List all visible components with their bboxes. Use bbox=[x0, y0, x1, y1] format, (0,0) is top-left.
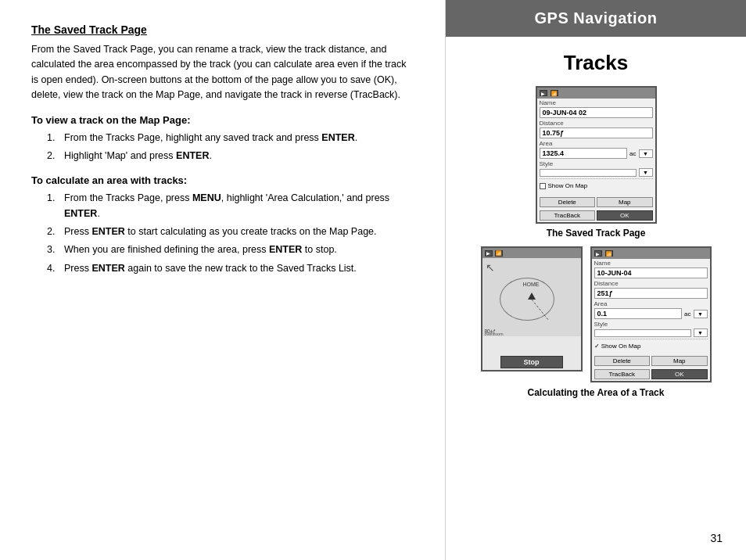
gps1-area-value: 1325.4 bbox=[540, 148, 628, 159]
gps2-area-unit: ac bbox=[684, 311, 690, 318]
gps2-name-label: Name bbox=[592, 259, 710, 267]
page-number: 31 bbox=[710, 532, 723, 544]
bottom-screens: ▶ 📶 ↖ HOME 80±ƒ bbox=[481, 246, 712, 382]
map-content: ↖ HOME 80±ƒ overzoom bbox=[482, 258, 581, 336]
gps1-name-value: 09-JUN-04 02 bbox=[540, 107, 653, 118]
gps2-btn-row1: Delete Map bbox=[592, 354, 710, 368]
gps2-show-label: ✓ Show On Map bbox=[594, 343, 641, 350]
gps2-tracback-btn[interactable]: TracBack bbox=[594, 369, 651, 379]
gps1-style-value bbox=[540, 169, 637, 177]
calc-heading: To calculate an area with tracks: bbox=[31, 174, 414, 186]
gps1-divider bbox=[540, 178, 653, 179]
gps1-delete-btn[interactable]: Delete bbox=[540, 197, 596, 207]
gps1-style-dropdown[interactable]: ▼ bbox=[639, 168, 653, 177]
gps1-map-btn[interactable]: Map bbox=[597, 197, 653, 207]
map-stop-bar: Stop bbox=[482, 354, 581, 370]
gps1-btn-row2: TracBack OK bbox=[537, 209, 655, 222]
view-heading: To view a track on the Map Page: bbox=[31, 114, 414, 126]
gps1-style-row: ▼ bbox=[540, 168, 653, 177]
gps-screen-1: ▶ 📶 Name 09-JUN-04 02 Distance 10.75ƒ Ar… bbox=[536, 86, 657, 224]
calc-steps-list: 1. From the Tracks Page, press MENU, hig… bbox=[31, 191, 414, 276]
gps1-area-unit: ac bbox=[629, 150, 636, 157]
calc-step-3: 3. When you are finished defining the ar… bbox=[47, 242, 414, 257]
gps2-area-label: Area bbox=[592, 300, 710, 307]
gps1-dist-value: 10.75ƒ bbox=[540, 127, 653, 138]
gps2-style-dropdown[interactable]: ▼ bbox=[694, 328, 708, 337]
gps2-icon-2: 📶 bbox=[605, 250, 613, 257]
stop-button[interactable]: Stop bbox=[500, 356, 563, 368]
gps1-btn-row1: Delete Map bbox=[537, 196, 655, 209]
gps1-ok-btn[interactable]: OK bbox=[597, 210, 653, 221]
right-header: GPS Navigation bbox=[446, 0, 746, 37]
gps1-checkbox[interactable] bbox=[540, 183, 546, 189]
gps2-show-row: ✓ Show On Map bbox=[592, 341, 710, 351]
gps1-area-row: 1325.4 ac ▼ bbox=[540, 148, 653, 159]
gps-icon-2: 📶 bbox=[551, 90, 558, 96]
gps2-icon-1: ▶ bbox=[594, 250, 602, 257]
svg-line-0 bbox=[532, 300, 549, 321]
calc-caption: Calculating the Area of a Track bbox=[528, 387, 665, 398]
gps2-ok-btn[interactable]: OK bbox=[651, 369, 708, 379]
map-title-bar: ▶ 📶 bbox=[482, 248, 581, 258]
map-path-svg bbox=[482, 258, 581, 336]
gps1-dist-label: Distance bbox=[537, 119, 655, 127]
calc-step-4: 4. Press ENTER again to save the new tra… bbox=[47, 261, 414, 276]
gps-screen-2: ▶ 📶 Name 10-JUN-04 Distance 251ƒ Area 0.… bbox=[590, 246, 712, 382]
gps1-show-label: Show On Map bbox=[548, 182, 588, 189]
calc-step-2: 2. Press ENTER to start calculating as y… bbox=[47, 224, 414, 239]
intro-text: From the Saved Track Page, you can renam… bbox=[31, 42, 414, 103]
map-icon-2: 📶 bbox=[495, 250, 503, 257]
gps2-style-label: Style bbox=[592, 320, 710, 328]
gps-icon-1: ▶ bbox=[540, 90, 547, 96]
map-icon-1: ▶ bbox=[485, 250, 493, 257]
saved-track-caption: The Saved Track Page bbox=[547, 228, 646, 239]
gps2-area-value: 0.1 bbox=[594, 308, 683, 319]
gps2-dist-value: 251ƒ bbox=[594, 288, 708, 299]
gps2-name-value: 10-JUN-04 bbox=[594, 267, 708, 278]
tracks-title: Tracks bbox=[564, 51, 628, 75]
right-panel: GPS Navigation Tracks ▶ 📶 Name 09-JUN-04… bbox=[446, 0, 746, 560]
gps2-area-dropdown[interactable]: ▼ bbox=[694, 310, 708, 318]
gps2-style-row: ▼ bbox=[594, 328, 708, 337]
map-screen: ▶ 📶 ↖ HOME 80±ƒ bbox=[481, 246, 583, 372]
gps1-name-label: Name bbox=[537, 99, 655, 106]
section-title: The Saved Track Page bbox=[31, 23, 414, 36]
gps1-style-label: Style bbox=[537, 160, 655, 167]
gps2-divider bbox=[594, 339, 708, 339]
view-step-2: 2. Highlight 'Map' and press ENTER. bbox=[47, 149, 414, 163]
zoom-label: overzoom bbox=[485, 332, 504, 336]
gps1-area-dropdown[interactable]: ▼ bbox=[639, 149, 653, 158]
gps2-btn-row2: TracBack OK bbox=[592, 368, 710, 381]
gps-title-bar-2: ▶ 📶 bbox=[592, 248, 710, 259]
gps1-tracback-btn[interactable]: TracBack bbox=[540, 210, 596, 221]
view-steps-list: 1. From the Tracks Page, highlight any s… bbox=[31, 131, 414, 164]
calc-step-1: 1. From the Tracks Page, press MENU, hig… bbox=[47, 191, 414, 221]
gps2-style-value bbox=[594, 329, 691, 337]
gps1-area-label: Area bbox=[537, 139, 655, 147]
gps2-map-btn[interactable]: Map bbox=[651, 356, 708, 366]
gps-title-bar-1: ▶ 📶 bbox=[537, 88, 655, 99]
gps2-delete-btn[interactable]: Delete bbox=[594, 356, 651, 366]
gps2-dist-label: Distance bbox=[592, 279, 710, 287]
view-step-1: 1. From the Tracks Page, highlight any s… bbox=[47, 131, 414, 145]
left-panel: The Saved Track Page From the Saved Trac… bbox=[0, 0, 446, 560]
gps2-area-row: 0.1 ac ▼ bbox=[594, 308, 708, 319]
gps1-show-row: Show On Map bbox=[537, 181, 655, 191]
